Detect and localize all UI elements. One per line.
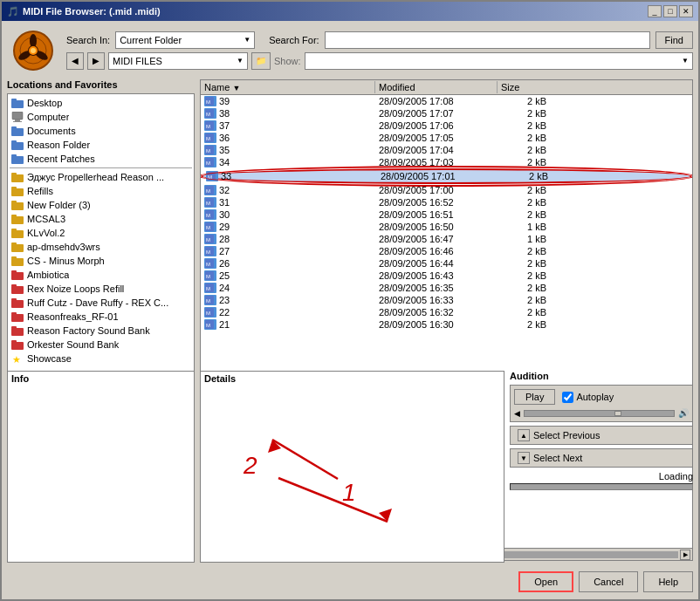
file-name-cell: M34 bbox=[201, 157, 375, 167]
file-modified-cell: 28/09/2005 16:50 bbox=[375, 222, 498, 232]
show-select[interactable]: ▼ bbox=[305, 52, 693, 70]
table-row[interactable]: M3528/09/2005 17:042 kB bbox=[201, 144, 692, 156]
search-in-select[interactable]: Current Folder ▼ bbox=[115, 31, 255, 49]
table-row[interactable]: M2528/09/2005 16:432 kB bbox=[201, 270, 692, 282]
location-item[interactable]: Reasonfreaks_RF-01 bbox=[10, 310, 192, 324]
title-bar: 🎵 MIDI File Browser: (.mid .midi) _ □ ✕ bbox=[2, 2, 698, 21]
table-row[interactable]: M3128/09/2005 16:522 kB bbox=[201, 196, 692, 208]
location-item[interactable]: Reason Folder bbox=[10, 138, 192, 152]
file-size-cell: 2 kB bbox=[498, 209, 550, 220]
info-panel: Info bbox=[7, 371, 195, 563]
cancel-button[interactable]: Cancel bbox=[579, 571, 638, 592]
location-item[interactable]: Reason Factory Sound Bank bbox=[10, 324, 192, 338]
table-row[interactable]: M3328/09/2005 17:012 kB bbox=[201, 168, 692, 184]
col-size-header[interactable]: Size bbox=[498, 81, 550, 93]
col-name-header[interactable]: Name ▼ bbox=[201, 81, 375, 93]
location-item[interactable]: Эджус Propellerhead Reason ... bbox=[10, 170, 192, 184]
midi-file-icon: M bbox=[204, 197, 216, 208]
svg-rect-29 bbox=[11, 244, 24, 252]
location-icon bbox=[11, 171, 24, 183]
location-item[interactable]: Computer bbox=[10, 110, 192, 124]
forward-button[interactable]: ▶ bbox=[87, 52, 105, 70]
close-button[interactable]: ✕ bbox=[679, 5, 693, 17]
location-item[interactable]: MCSAL3 bbox=[10, 212, 192, 226]
svg-text:M: M bbox=[206, 298, 210, 304]
svg-text:★: ★ bbox=[12, 354, 21, 364]
details-wrapper: Details 2 bbox=[200, 371, 504, 563]
minimize-button[interactable]: _ bbox=[648, 5, 662, 17]
location-icon bbox=[11, 185, 24, 197]
find-button[interactable]: Find bbox=[655, 31, 693, 49]
back-button[interactable]: ◀ bbox=[66, 52, 84, 70]
file-size-cell: 2 kB bbox=[498, 96, 550, 106]
table-row[interactable]: M2728/09/2005 16:462 kB bbox=[201, 245, 692, 257]
file-name-cell: M28 bbox=[201, 234, 375, 244]
select-next-button[interactable]: ▼ Select Next bbox=[510, 448, 693, 468]
table-row[interactable]: M3928/09/2005 17:082 kB bbox=[201, 95, 692, 107]
location-item[interactable]: Ambiotica bbox=[10, 268, 192, 282]
file-name-cell: M39 bbox=[201, 96, 375, 106]
search-for-input[interactable] bbox=[325, 31, 650, 49]
svg-rect-13 bbox=[11, 128, 24, 136]
file-name-cell: M23 bbox=[201, 295, 375, 305]
table-row[interactable]: M2928/09/2005 16:501 kB bbox=[201, 221, 692, 233]
table-row[interactable]: M2628/09/2005 16:442 kB bbox=[201, 257, 692, 270]
table-row[interactable]: M2428/09/2005 16:352 kB bbox=[201, 282, 692, 294]
open-button[interactable]: Open bbox=[518, 571, 573, 592]
location-icon bbox=[11, 97, 24, 109]
folder-button[interactable]: 📁 bbox=[251, 52, 271, 70]
autoplay-checkbox[interactable] bbox=[562, 392, 573, 403]
location-item[interactable]: Refills bbox=[10, 184, 192, 198]
svg-rect-37 bbox=[11, 300, 24, 308]
midi-file-icon: M bbox=[204, 258, 216, 269]
location-item[interactable]: ★Showcase bbox=[10, 352, 192, 365]
location-item[interactable]: ap-dmsehdv3wrs bbox=[10, 240, 192, 254]
table-row[interactable]: M2228/09/2005 16:322 kB bbox=[201, 306, 692, 318]
table-row[interactable]: M3028/09/2005 16:512 kB bbox=[201, 208, 692, 221]
next-arrow-icon: ▼ bbox=[518, 452, 530, 464]
play-button[interactable]: Play bbox=[514, 389, 555, 405]
bottom-buttons: Open Cancel Help bbox=[7, 568, 693, 594]
file-list-header: Name ▼ Modified Size bbox=[201, 80, 692, 95]
svg-rect-33 bbox=[11, 272, 24, 280]
location-item[interactable]: KLvVol.2 bbox=[10, 226, 192, 240]
location-item[interactable]: CS - Minus Morph bbox=[10, 254, 192, 268]
table-row[interactable]: M3628/09/2005 17:052 kB bbox=[201, 132, 692, 144]
svg-text:M: M bbox=[206, 311, 210, 316]
file-modified-cell: 28/09/2005 16:30 bbox=[375, 319, 498, 330]
file-size-cell: 2 kB bbox=[498, 307, 550, 318]
table-row[interactable]: M2128/09/2005 16:302 kB bbox=[201, 318, 692, 331]
location-icon bbox=[11, 269, 24, 281]
file-name-cell: M27 bbox=[201, 246, 375, 256]
location-item[interactable]: Recent Patches bbox=[10, 152, 192, 166]
svg-rect-20 bbox=[11, 173, 17, 175]
maximize-button[interactable]: □ bbox=[663, 5, 677, 17]
table-row[interactable]: M2828/09/2005 16:471 kB bbox=[201, 233, 692, 245]
help-button[interactable]: Help bbox=[643, 571, 693, 592]
table-row[interactable]: M3828/09/2005 17:072 kB bbox=[201, 107, 692, 120]
location-select[interactable]: MIDI FILES ▼ bbox=[108, 52, 248, 70]
play-row: Play Autoplay bbox=[514, 389, 689, 405]
location-item[interactable]: Orkester Sound Bank bbox=[10, 338, 192, 352]
location-item[interactable]: Ruff Cutz - Dave Ruffy - REX C... bbox=[10, 296, 192, 310]
file-name-cell: M31 bbox=[201, 197, 375, 208]
table-row[interactable]: M3728/09/2005 17:062 kB bbox=[201, 120, 692, 132]
table-row[interactable]: M2328/09/2005 16:332 kB bbox=[201, 294, 692, 306]
file-modified-cell: 28/09/2005 16:47 bbox=[375, 234, 498, 244]
select-previous-button[interactable]: ▲ Select Previous bbox=[510, 426, 693, 445]
table-row[interactable]: M3228/09/2005 17:002 kB bbox=[201, 184, 692, 196]
location-item[interactable]: New Folder (3) bbox=[10, 198, 192, 212]
location-label: MCSAL3 bbox=[27, 214, 65, 224]
svg-rect-26 bbox=[11, 215, 17, 217]
table-row[interactable]: M3428/09/2005 17:032 kB bbox=[201, 156, 692, 168]
volume-slider[interactable] bbox=[524, 410, 675, 417]
search-in-label: Search In: bbox=[66, 35, 110, 45]
file-size-cell: 2 kB bbox=[498, 246, 550, 256]
location-item[interactable]: Documents bbox=[10, 124, 192, 138]
audition-title: Audition bbox=[510, 371, 693, 381]
location-item[interactable]: Rex Noize Loops Refill bbox=[10, 282, 192, 296]
file-size-cell: 1 kB bbox=[498, 222, 550, 232]
file-modified-cell: 28/09/2005 17:07 bbox=[375, 108, 498, 119]
col-modified-header[interactable]: Modified bbox=[375, 81, 498, 93]
location-item[interactable]: Desktop bbox=[10, 96, 192, 110]
